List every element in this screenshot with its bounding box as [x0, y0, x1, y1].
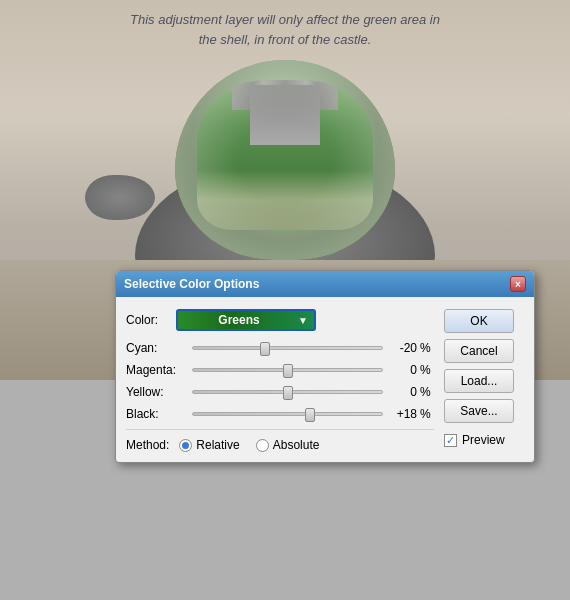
black-percent: % [420, 407, 434, 421]
absolute-radio-label: Absolute [273, 438, 320, 452]
ok-button[interactable]: OK [444, 309, 514, 333]
yellow-label: Yellow: [126, 385, 186, 399]
dialog-controls: Color: Greens ▼ Cyan: -20 % [126, 309, 434, 452]
magenta-slider-track[interactable] [192, 368, 383, 372]
shell-overlay [175, 60, 395, 260]
cyan-label: Cyan: [126, 341, 186, 355]
relative-radio-button[interactable] [179, 439, 192, 452]
yellow-slider-track-container [192, 390, 383, 394]
cyan-slider-row: Cyan: -20 % [126, 341, 434, 355]
yellow-slider-row: Yellow: 0 % [126, 385, 434, 399]
preview-row: ✓ Preview [444, 433, 524, 447]
color-dropdown-value: Greens [184, 313, 294, 327]
black-slider-track-container [192, 412, 383, 416]
method-radio-group: Relative Absolute [179, 438, 319, 452]
cyan-slider-track[interactable] [192, 346, 383, 350]
cyan-percent: % [420, 341, 434, 355]
magenta-slider-row: Magenta: 0 % [126, 363, 434, 377]
method-label: Method: [126, 438, 169, 452]
selective-color-dialog: Selective Color Options × Color: Greens … [115, 270, 535, 463]
magenta-slider-thumb[interactable] [283, 364, 293, 378]
preview-label: Preview [462, 433, 505, 447]
load-button[interactable]: Load... [444, 369, 514, 393]
bottom-area: Selective Color Options × Color: Greens … [0, 380, 570, 600]
yellow-percent: % [420, 385, 434, 399]
dialog-close-button[interactable]: × [510, 276, 526, 292]
black-slider-row: Black: +18 % [126, 407, 434, 421]
turtle-head [85, 175, 155, 220]
caption-text: This adjustment layer will only affect t… [80, 10, 490, 49]
dropdown-arrow-icon: ▼ [298, 315, 308, 326]
black-label: Black: [126, 407, 186, 421]
preview-checkbox[interactable]: ✓ [444, 434, 457, 447]
turtle-shell [175, 60, 395, 260]
relative-radio-item[interactable]: Relative [179, 438, 239, 452]
magenta-slider-track-container [192, 368, 383, 372]
absolute-radio-button[interactable] [256, 439, 269, 452]
yellow-slider-thumb[interactable] [283, 386, 293, 400]
dialog-body: Color: Greens ▼ Cyan: -20 % [116, 297, 534, 462]
black-slider-track[interactable] [192, 412, 383, 416]
save-button[interactable]: Save... [444, 399, 514, 423]
magenta-percent: % [420, 363, 434, 377]
black-slider-thumb[interactable] [305, 408, 315, 422]
dialog-title: Selective Color Options [124, 277, 259, 291]
cyan-slider-thumb[interactable] [260, 342, 270, 356]
absolute-radio-item[interactable]: Absolute [256, 438, 320, 452]
relative-radio-label: Relative [196, 438, 239, 452]
cyan-slider-track-container [192, 346, 383, 350]
magenta-value: 0 [389, 363, 417, 377]
color-row: Color: Greens ▼ [126, 309, 434, 331]
yellow-slider-track[interactable] [192, 390, 383, 394]
color-field-label: Color: [126, 313, 176, 327]
cyan-value: -20 [389, 341, 417, 355]
dialog-titlebar: Selective Color Options × [116, 271, 534, 297]
cancel-button[interactable]: Cancel [444, 339, 514, 363]
method-row: Method: Relative Absolute [126, 429, 434, 452]
black-value: +18 [389, 407, 417, 421]
yellow-value: 0 [389, 385, 417, 399]
dialog-buttons: OK Cancel Load... Save... ✓ Preview [444, 309, 524, 452]
magenta-label: Magenta: [126, 363, 186, 377]
color-dropdown[interactable]: Greens ▼ [176, 309, 316, 331]
